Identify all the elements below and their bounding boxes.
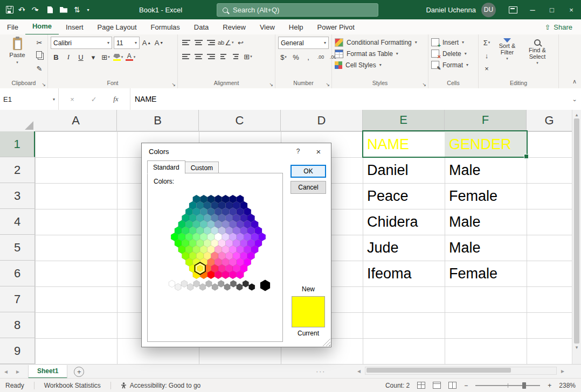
zoom-level[interactable]: 238% — [559, 382, 576, 389]
underline-button[interactable]: U — [75, 51, 86, 63]
open-file-button[interactable] — [57, 2, 70, 17]
tab-home[interactable]: Home — [25, 19, 59, 36]
row-header-8[interactable]: 8 — [0, 312, 35, 338]
tab-power-pivot[interactable]: Power Pivot — [310, 19, 362, 34]
number-dialog-launcher[interactable]: ↘ — [326, 82, 330, 87]
name-box[interactable]: E1 ▾ — [0, 88, 59, 110]
tab-help[interactable]: Help — [282, 19, 310, 34]
cell-E4[interactable]: Chidera — [363, 209, 445, 235]
increase-indent-button[interactable] — [230, 51, 241, 62]
tab-data[interactable]: Data — [187, 19, 216, 34]
column-header-c[interactable]: C — [199, 110, 281, 131]
gray-hex-swatch[interactable] — [237, 283, 243, 290]
alignment-dialog-launcher[interactable]: ↘ — [269, 82, 273, 87]
scroll-down-icon[interactable]: ▾ — [576, 345, 578, 350]
number-format-combobox[interactable]: General ▾ — [278, 37, 329, 49]
gray-hex-swatch[interactable] — [206, 280, 212, 287]
bold-button[interactable]: B — [51, 51, 61, 63]
fill-button[interactable]: ↓ — [481, 50, 492, 61]
dialog-tab-custom[interactable]: Custom — [185, 162, 219, 174]
vertical-scroll-thumb[interactable] — [574, 118, 579, 344]
redo-button[interactable]: ↷▾ — [30, 2, 43, 17]
confirm-entry-button[interactable]: ✓ — [91, 95, 97, 103]
workbook-statistics-button[interactable]: Workbook Statistics — [44, 382, 101, 389]
gray-hex-swatch[interactable] — [224, 283, 230, 290]
cell-E5[interactable]: Jude — [363, 235, 445, 261]
dialog-tab-standard[interactable]: Standard — [147, 160, 185, 174]
horizontal-scroll-thumb[interactable] — [366, 368, 511, 373]
row-header-2[interactable]: 2 — [0, 157, 35, 183]
cell-E6[interactable]: Ifeoma — [363, 261, 445, 286]
dialog-resize-grip[interactable] — [322, 338, 330, 346]
formula-content[interactable]: NAME — [130, 88, 568, 110]
row-header-9[interactable]: 9 — [0, 338, 35, 364]
insert-cells-button[interactable]: Insert ▾ — [431, 37, 475, 48]
increase-font-button[interactable]: A▲ — [141, 37, 152, 49]
vertical-scrollbar[interactable]: ▴ ▾ — [572, 110, 581, 364]
row-header-7[interactable]: 7 — [0, 286, 35, 312]
font-family-combobox[interactable]: Calibri ▾ — [51, 37, 112, 49]
collapse-ribbon-button[interactable]: ∧ — [572, 78, 577, 85]
align-middle-button[interactable] — [193, 37, 204, 48]
restore-button[interactable]: □ — [542, 0, 562, 19]
close-button[interactable]: × — [562, 0, 581, 19]
gray-hex-swatch[interactable] — [169, 280, 175, 287]
cancel-entry-button[interactable]: × — [70, 95, 74, 103]
new-file-button[interactable] — [44, 2, 57, 17]
customize-qat-button[interactable]: ▾ — [84, 2, 97, 17]
tab-formulas[interactable]: Formulas — [144, 19, 187, 34]
scroll-up-icon[interactable]: ▴ — [576, 112, 578, 117]
cut-button[interactable]: ✂ — [34, 37, 45, 48]
accessibility-status[interactable]: Accessibility: Good to go — [121, 382, 200, 389]
percent-style-button[interactable]: % — [290, 51, 301, 63]
sheet-nav-right-icon[interactable]: ▸ — [12, 368, 24, 375]
accounting-format-button[interactable]: $▾ — [278, 51, 289, 63]
hscroll-left-icon[interactable]: ◂ — [353, 367, 365, 375]
cell-F4[interactable]: Male — [445, 209, 527, 235]
tab-review[interactable]: Review — [216, 19, 253, 34]
tab-insert[interactable]: Insert — [59, 19, 91, 34]
clear-button[interactable]: × — [481, 62, 492, 74]
dialog-close-button[interactable]: × — [309, 143, 328, 159]
search-box[interactable]: Search (Alt+Q) — [217, 3, 378, 17]
gray-hex-swatch[interactable] — [181, 280, 187, 287]
sheet-tab-sheet1[interactable]: Sheet1 — [28, 365, 67, 379]
conditional-formatting-button[interactable]: Conditional Formatting ▾ — [335, 37, 425, 48]
zoom-out-button[interactable]: − — [464, 382, 468, 389]
gray-hex-swatch[interactable] — [212, 283, 218, 290]
zoom-slider-thumb[interactable] — [522, 382, 526, 389]
gray-hex-swatch[interactable] — [248, 283, 254, 290]
horizontal-scroll-track[interactable] — [365, 367, 557, 375]
color-honeycomb[interactable] — [154, 193, 283, 295]
tab-view[interactable]: View — [253, 19, 282, 34]
share-button[interactable]: ⇧ Share — [544, 23, 572, 31]
font-dialog-launcher[interactable]: ↘ — [171, 82, 176, 87]
cell-E1[interactable]: NAME — [363, 131, 445, 157]
gray-hex-swatch[interactable] — [218, 280, 224, 287]
column-header-d[interactable]: D — [281, 110, 363, 131]
align-left-button[interactable] — [181, 51, 191, 62]
row-header-1[interactable]: 1 — [0, 131, 35, 157]
column-header-g[interactable]: G — [527, 110, 572, 131]
gray-hex-swatch[interactable] — [187, 283, 193, 290]
format-as-table-button[interactable]: Format as Table ▾ — [335, 48, 425, 59]
insert-function-button[interactable]: fx — [113, 95, 118, 103]
select-all-corner[interactable] — [0, 110, 36, 132]
ok-button[interactable]: OK — [290, 165, 326, 178]
undo-caret-icon[interactable]: ▾ — [23, 8, 28, 12]
align-top-button[interactable] — [181, 37, 191, 48]
dialog-help-button[interactable]: ? — [290, 143, 306, 159]
black-hex-swatch[interactable] — [260, 280, 270, 291]
merge-center-button[interactable]: ⊞▾ — [243, 51, 253, 62]
minimize-button[interactable]: ─ — [523, 0, 542, 19]
italic-button[interactable]: I — [63, 51, 74, 63]
cell-F6[interactable]: Female — [445, 261, 527, 286]
gray-hex-swatch[interactable] — [193, 280, 199, 287]
tab-page-layout[interactable]: Page Layout — [91, 19, 144, 34]
orientation-button[interactable]: ab∠▾ — [218, 37, 233, 48]
ribbon-display-options-button[interactable] — [503, 0, 523, 19]
sort-button[interactable]: ⇅ — [71, 2, 84, 17]
row-header-3[interactable]: 3 — [0, 183, 35, 209]
horizontal-scrollbar[interactable]: ◂ ▸ — [353, 366, 569, 375]
row-header-4[interactable]: 4 — [0, 209, 35, 235]
